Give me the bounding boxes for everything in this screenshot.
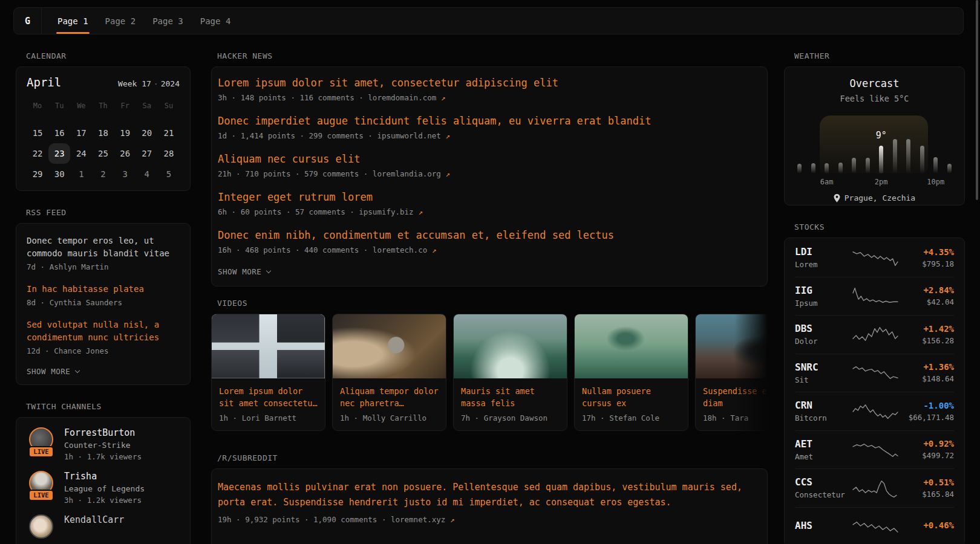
- video-title[interactable]: Suspendisse euismod diam: [696, 378, 768, 409]
- calendar-day[interactable]: 24: [70, 143, 92, 164]
- video-title[interactable]: Nullam posuere cursus ex: [575, 378, 688, 409]
- time-axis-label: 6am: [820, 178, 834, 186]
- rss-item-title[interactable]: Sed volutpat nulla nisl, a condimentum n…: [27, 319, 180, 344]
- stock-change-percent: +0.92%: [899, 439, 954, 448]
- weather-hour-bar: [852, 158, 856, 173]
- video-thumbnail[interactable]: [696, 314, 768, 378]
- weather-hour-bar: [906, 139, 910, 173]
- calendar-day[interactable]: 3: [114, 164, 136, 184]
- channel-name[interactable]: KendallCarr: [64, 514, 124, 525]
- calendar-day[interactable]: 18: [92, 123, 114, 143]
- external-link-icon[interactable]: ↗: [445, 169, 450, 178]
- calendar-day-grid: 1516171819202122232425262728293012345: [27, 123, 180, 184]
- video-thumbnail[interactable]: [454, 314, 567, 378]
- hn-story-title[interactable]: Aliquam nec cursus elit: [218, 153, 761, 165]
- hn-story-title[interactable]: Lorem ipsum dolor sit amet, consectetur …: [218, 77, 761, 89]
- stock-ticker[interactable]: AET: [795, 438, 852, 450]
- page-tab[interactable]: Page 1: [49, 8, 97, 34]
- stock-row[interactable]: AET Amet +0.92% $499.72: [795, 431, 954, 470]
- rss-item-title[interactable]: In hac habitasse platea: [27, 283, 180, 296]
- video-thumbnail[interactable]: [333, 314, 446, 378]
- stock-name: Consectetur: [795, 490, 852, 499]
- video-thumbnail[interactable]: [575, 314, 688, 378]
- video-card[interactable]: Mauris sit amet massa felis 7h · Grayson…: [453, 314, 567, 431]
- channel-name[interactable]: Trisha: [64, 471, 145, 482]
- page-tab[interactable]: Page 3: [144, 8, 192, 34]
- external-link-icon[interactable]: ↗: [450, 515, 455, 524]
- calendar-day[interactable]: 22: [27, 143, 48, 164]
- weather-hour-bar: [811, 163, 815, 173]
- weather-hour-bar: 9° 2pm: [879, 146, 883, 173]
- external-link-icon[interactable]: ↗: [441, 93, 446, 102]
- calendar-day[interactable]: 20: [136, 123, 158, 143]
- subreddit-widget: Maecenas mollis pulvinar erat non posuer…: [211, 468, 768, 544]
- video-thumbnail[interactable]: [212, 314, 325, 378]
- subreddit-section-label: /R/SUBREDDIT: [217, 453, 768, 462]
- video-card[interactable]: Nullam posuere cursus ex 17h · Stefan Co…: [574, 314, 688, 431]
- stock-sparkline: [852, 323, 899, 345]
- hn-show-more-button[interactable]: SHOW MORE: [218, 267, 761, 276]
- reddit-post-title[interactable]: Maecenas mollis pulvinar erat non posuer…: [218, 480, 761, 510]
- stock-ticker[interactable]: CRN: [795, 400, 852, 411]
- calendar-day[interactable]: 27: [136, 143, 158, 164]
- calendar-day[interactable]: 15: [27, 123, 48, 143]
- stock-row[interactable]: CCS Consectetur +0.51% $165.84: [795, 469, 954, 508]
- calendar-month: April: [27, 76, 61, 89]
- calendar-day[interactable]: 28: [158, 143, 180, 164]
- external-link-icon[interactable]: ↗: [418, 207, 423, 216]
- video-card[interactable]: Lorem ipsum dolor sit amet consectetu… 1…: [211, 314, 325, 431]
- external-link-icon[interactable]: ↗: [445, 131, 450, 140]
- twitch-channel-row[interactable]: LIVE ForrestBurton Counter-Strike 1h · 1…: [27, 427, 180, 461]
- video-title[interactable]: Mauris sit amet massa felis: [454, 378, 567, 409]
- video-card[interactable]: Suspendisse euismod diam 18h · Tara: [695, 314, 768, 431]
- calendar-day[interactable]: 25: [92, 143, 114, 164]
- page-tab[interactable]: Page 4: [192, 8, 240, 34]
- stock-row[interactable]: DBS Dolor +1.42% $156.28: [795, 316, 954, 354]
- calendar-day[interactable]: 5: [158, 164, 180, 184]
- video-card[interactable]: Aliquam tempor dolor nec pharetra… 1h · …: [332, 314, 446, 431]
- hn-story-title[interactable]: Donec enim nibh, condimentum et accumsan…: [218, 229, 761, 241]
- hn-story-title[interactable]: Donec imperdiet augue tincidunt felis al…: [218, 115, 761, 127]
- rss-item-title[interactable]: Donec tempor eros leo, ut commodo mauris…: [27, 235, 180, 260]
- stock-ticker[interactable]: AHS: [795, 520, 852, 531]
- stock-ticker[interactable]: DBS: [795, 323, 852, 334]
- stock-ticker[interactable]: IIG: [795, 285, 852, 296]
- external-link-icon[interactable]: ↗: [432, 245, 437, 254]
- stock-ticker[interactable]: CCS: [795, 476, 852, 488]
- channel-name[interactable]: ForrestBurton: [64, 427, 142, 438]
- calendar-day[interactable]: 19: [114, 123, 136, 143]
- twitch-channel-row[interactable]: LIVE KendallCarr: [27, 514, 180, 539]
- calendar-day[interactable]: 21: [158, 123, 180, 143]
- calendar-day[interactable]: 23: [48, 143, 70, 164]
- stock-row[interactable]: CRN Bitcorn -1.00% $66,171.48: [795, 392, 954, 431]
- rss-item: In hac habitasse platea 8d · Cynthia Sau…: [27, 283, 180, 307]
- stock-row[interactable]: IIG Ipsum +2.84% $42.04: [795, 277, 954, 316]
- left-column: CALENDAR April Week 17·2024 MoTuWeThFrSa…: [16, 34, 191, 544]
- twitch-channel-row[interactable]: LIVE Trisha League of Legends 3h · 1.2k …: [27, 471, 180, 505]
- hn-list: Lorem ipsum dolor sit amet, consectetur …: [218, 77, 761, 254]
- calendar-day[interactable]: 30: [48, 164, 70, 184]
- stock-ticker[interactable]: SNRC: [795, 361, 852, 373]
- reddit-post-meta: 19h · 9,932 points · 1,090 comments · lo…: [218, 515, 761, 524]
- calendar-day[interactable]: 29: [27, 164, 48, 184]
- page-scrollbar[interactable]: [976, 0, 978, 200]
- weekday-label: Tu: [48, 97, 70, 114]
- stock-row[interactable]: SNRC Sit +1.36% $148.64: [795, 354, 954, 393]
- calendar-day[interactable]: 2: [92, 164, 114, 184]
- calendar-day[interactable]: 4: [136, 164, 158, 184]
- video-title[interactable]: Lorem ipsum dolor sit amet consectetu…: [212, 378, 325, 409]
- stock-row[interactable]: AHS +0.46%: [795, 508, 954, 544]
- page-tab[interactable]: Page 2: [97, 8, 145, 34]
- video-title[interactable]: Aliquam tempor dolor nec pharetra…: [333, 378, 446, 409]
- stock-row[interactable]: LDI Lorem +4.35% $795.18: [795, 239, 954, 277]
- calendar-day[interactable]: 1: [70, 164, 92, 184]
- stock-ticker[interactable]: LDI: [795, 246, 852, 257]
- rss-show-more-button[interactable]: SHOW MORE: [27, 367, 180, 376]
- calendar-day[interactable]: 16: [48, 123, 70, 143]
- calendar-day[interactable]: 17: [70, 123, 92, 143]
- stock-price: $148.64: [899, 374, 954, 383]
- calendar-year: 2024: [161, 79, 180, 88]
- stock-change-percent: +1.36%: [899, 362, 954, 372]
- calendar-day[interactable]: 26: [114, 143, 136, 164]
- hn-story-title[interactable]: Integer eget rutrum lorem: [218, 191, 761, 203]
